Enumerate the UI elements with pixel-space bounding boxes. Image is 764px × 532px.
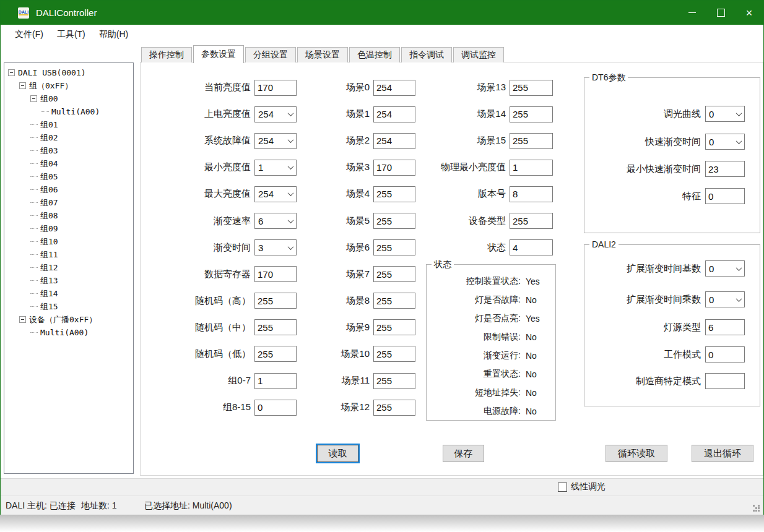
tree-item[interactable]: 组05	[4, 170, 133, 183]
tree-item[interactable]: 组02	[4, 131, 133, 144]
exit-loop-button[interactable]: 退出循环	[692, 445, 753, 462]
tree-item-label: 组07	[40, 197, 58, 208]
field-input[interactable]	[510, 186, 553, 202]
tree-expand-icon[interactable]	[19, 82, 26, 89]
tree-item[interactable]: Multi(A00)	[4, 326, 133, 339]
field-input[interactable]	[254, 319, 297, 335]
field-input[interactable]	[373, 160, 415, 176]
tree-item[interactable]: DALI USB(0001)	[4, 66, 133, 79]
field-input[interactable]	[373, 133, 415, 149]
menu-file[interactable]: 文件(F)	[8, 27, 50, 43]
field-input[interactable]	[373, 239, 415, 255]
field-input[interactable]	[705, 346, 745, 363]
read-button[interactable]: 读取	[317, 445, 358, 462]
tree-item[interactable]: 组04	[4, 157, 133, 170]
tree-item[interactable]: 组06	[4, 183, 133, 196]
tree-item[interactable]: 组10	[4, 235, 133, 248]
field-input[interactable]	[705, 161, 745, 177]
linear-dimming-checkbox[interactable]	[558, 483, 567, 492]
tree-expand-icon[interactable]	[30, 95, 37, 102]
field-row: 随机码（高）	[143, 288, 297, 314]
field-input[interactable]	[373, 319, 415, 335]
device-tree-panel[interactable]: DALI USB(0001)组（0xFF）组00Multi(A00)组01组02…	[4, 62, 134, 474]
field-input[interactable]	[510, 239, 553, 255]
field-label: 场景5	[303, 215, 373, 227]
field-input[interactable]	[510, 213, 553, 229]
tree-item[interactable]: 组09	[4, 222, 133, 235]
field-row: 物理最小亮度值	[410, 154, 553, 181]
field-input[interactable]	[254, 80, 297, 96]
tab-4[interactable]: 色温控制	[349, 47, 400, 62]
field-input[interactable]	[705, 319, 745, 335]
titlebar: DALI DALIController ×	[1, 1, 763, 25]
field-input[interactable]	[510, 80, 553, 96]
tree-item[interactable]: 组（0xFF）	[4, 79, 133, 92]
field-select[interactable]: 0	[705, 291, 745, 307]
field-input[interactable]	[254, 346, 297, 362]
field-input[interactable]	[510, 133, 553, 149]
tree-item[interactable]: 组11	[4, 248, 133, 261]
tree-item[interactable]: 组15	[4, 300, 133, 313]
field-input[interactable]	[254, 266, 297, 282]
tree-item[interactable]: 组00	[4, 92, 133, 105]
field-input[interactable]	[254, 293, 297, 309]
field-input[interactable]	[254, 373, 297, 389]
field-select[interactable]: 0	[705, 260, 745, 277]
field-input[interactable]	[510, 106, 553, 122]
tree-item[interactable]: 组13	[4, 274, 133, 287]
tree-item[interactable]: 设备（广播0xFF）	[4, 313, 133, 326]
field-select[interactable]: 0	[705, 134, 745, 150]
field-input[interactable]	[510, 160, 553, 176]
tree-item-label: 组13	[40, 275, 58, 286]
tree-item[interactable]: 组03	[4, 144, 133, 157]
tree-item[interactable]: 组14	[4, 287, 133, 300]
tree-expand-icon[interactable]	[8, 69, 15, 76]
maximize-button[interactable]	[706, 1, 735, 25]
field-input[interactable]	[373, 346, 415, 362]
tree-expand-icon[interactable]	[19, 316, 26, 323]
field-input[interactable]	[373, 373, 415, 389]
tree-item[interactable]: 组07	[4, 196, 133, 209]
tree-item[interactable]: Multi(A00)	[4, 105, 133, 118]
tab-6[interactable]: 调试监控	[453, 47, 504, 62]
field-input[interactable]	[254, 400, 297, 416]
tab-1[interactable]: 参数设置	[193, 45, 244, 63]
field-select[interactable]: 254	[254, 133, 297, 149]
field-row: 版本号	[410, 181, 553, 207]
minus-glyph	[21, 319, 24, 320]
close-button[interactable]: ×	[735, 1, 763, 25]
field-input[interactable]	[373, 106, 415, 122]
field-select[interactable]: 0	[705, 106, 745, 122]
tree-connector	[30, 267, 38, 268]
menu-tools[interactable]: 工具(T)	[50, 27, 92, 43]
tab-3[interactable]: 场景设置	[297, 47, 348, 62]
field-select[interactable]: 6	[254, 213, 297, 229]
field-select[interactable]: 1	[254, 160, 297, 176]
field-input[interactable]	[373, 186, 415, 202]
tab-5[interactable]: 指令调试	[401, 47, 452, 62]
loop-read-button[interactable]: 循环读取	[606, 445, 667, 462]
field-input[interactable]	[373, 400, 415, 416]
field-input[interactable]	[373, 80, 415, 96]
tree-item[interactable]: 组01	[4, 118, 133, 131]
field-label: 调光曲线	[589, 108, 705, 120]
status-row: 渐变运行:No	[427, 346, 555, 365]
field-select[interactable]: 3	[254, 239, 297, 255]
menu-help[interactable]: 帮助(H)	[92, 27, 135, 43]
tab-0[interactable]: 操作控制	[141, 47, 192, 62]
field-label: 随机码（高）	[143, 295, 254, 307]
tree-item[interactable]: 组08	[4, 209, 133, 222]
field-select[interactable]: 254	[254, 186, 297, 202]
field-select[interactable]: 254	[254, 106, 297, 122]
field-input[interactable]	[705, 188, 745, 204]
field-input[interactable]	[373, 266, 415, 282]
resize-grip[interactable]	[753, 505, 755, 507]
tab-2[interactable]: 分组设置	[245, 47, 296, 62]
minimize-button[interactable]	[678, 1, 706, 25]
field-input[interactable]	[373, 293, 415, 309]
field-input[interactable]	[373, 213, 415, 229]
tree-item[interactable]: 组12	[4, 261, 133, 274]
save-button[interactable]: 保存	[443, 445, 484, 462]
field-label: 场景3	[303, 161, 373, 173]
field-input[interactable]	[705, 373, 745, 389]
